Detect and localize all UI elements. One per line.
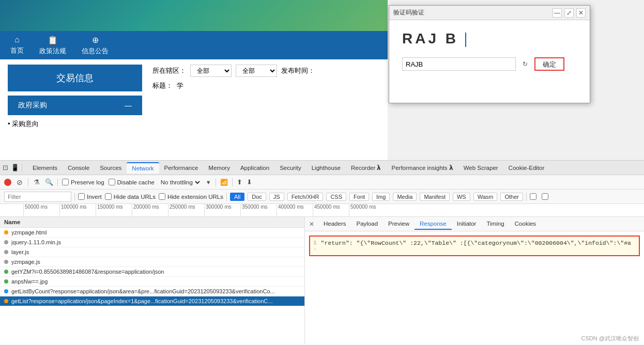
filter-btn-js[interactable]: JS <box>269 193 284 201</box>
captcha-refresh-icon[interactable]: ↻ <box>520 59 530 69</box>
download-icon[interactable]: ⬇ <box>247 178 252 186</box>
tick-300k: 300000 ms <box>204 204 231 216</box>
search-icon[interactable]: 🔍 <box>45 178 53 186</box>
invert-checkbox-label[interactable]: Invert <box>78 193 102 200</box>
tab-performance[interactable]: Performance <box>159 163 204 173</box>
filter-input[interactable] <box>4 192 71 202</box>
filter-btn-font[interactable]: Font <box>349 193 369 201</box>
disable-cache-checkbox-label[interactable]: Disable cache <box>109 179 155 185</box>
request-item-yzmpage[interactable]: yzmpage.html <box>0 228 304 238</box>
tick-50k: 50000 ms <box>23 204 48 216</box>
response-tab-preview[interactable]: Preview <box>383 218 415 230</box>
invert-checkbox[interactable] <box>78 193 85 200</box>
site-header-banner <box>0 0 388 31</box>
tab-console[interactable]: Console <box>63 163 95 173</box>
blocked-cookies-label[interactable] <box>530 193 539 200</box>
filter-btn-ws[interactable]: WS <box>453 193 470 201</box>
request-dot-getlistbycount <box>4 289 8 293</box>
purchase-link[interactable]: • 采购意向 <box>8 115 142 129</box>
nav-item-announcement[interactable]: ⊕ 信息公告 <box>82 35 109 56</box>
filter-btn-doc[interactable]: Doc <box>248 193 266 201</box>
preserve-log-checkbox-label[interactable]: Preserve log <box>62 179 104 185</box>
nav-item-policy[interactable]: 📋 政策法规 <box>39 35 66 56</box>
request-item-anps[interactable]: anpsNw==.jpg <box>0 277 304 287</box>
response-tab-timing[interactable]: Timing <box>481 218 509 230</box>
hide-data-urls-checkbox[interactable] <box>105 193 112 200</box>
response-tab-initiator[interactable]: Initiator <box>452 218 482 230</box>
tab-security[interactable]: Security <box>274 163 306 173</box>
blocked-cookies-checkbox[interactable] <box>530 193 536 200</box>
search-row-1: 所在辖区： 全部 全部 发布时间： <box>152 65 380 77</box>
gov-purchase-button[interactable]: 政府采购 — <box>8 96 142 115</box>
hide-extension-urls-label: Hide extension URLs <box>167 194 223 200</box>
request-item-getyzm[interactable]: getYZM?i=0.8550638981486087&response=app… <box>0 267 304 277</box>
requests-header: Name <box>0 217 304 228</box>
toolbar-divider-5 <box>232 178 233 186</box>
preserve-log-checkbox[interactable] <box>62 179 69 185</box>
captcha-input-field[interactable] <box>402 57 516 71</box>
device-icon[interactable]: 📱 <box>11 164 19 171</box>
region-select-1[interactable]: 全部 <box>190 65 232 77</box>
toolbar-divider-2 <box>28 178 28 186</box>
tab-network[interactable]: Network <box>127 162 159 174</box>
request-item-jquery[interactable]: jquery-1.11.0.min.js <box>0 238 304 247</box>
captcha-confirm-button[interactable]: 确定 <box>534 57 564 71</box>
clear-icon[interactable]: ⊘ <box>16 178 24 186</box>
right-panel: 所在辖区： 全部 全部 发布时间： 标题： 学 <box>152 65 380 129</box>
response-tab-cookies[interactable]: Cookies <box>510 218 542 230</box>
request-name-anps: anpsNw==.jpg <box>11 278 300 285</box>
tab-application[interactable]: Application <box>235 163 274 173</box>
tab-recorder[interactable]: Recorder 𝝺 <box>346 162 387 174</box>
inspect-icon[interactable]: ⊡ <box>3 164 8 171</box>
disable-cache-label: Disable cache <box>117 179 155 185</box>
tab-perf-insights[interactable]: Performance insights 𝝺 <box>386 162 458 174</box>
tab-web-scraper[interactable]: Web Scraper <box>458 163 503 173</box>
filter-btn-css[interactable]: CSS <box>326 193 346 201</box>
dialog-close-btn[interactable]: ✕ <box>576 8 586 18</box>
filter-btn-all[interactable]: All <box>230 193 244 201</box>
tab-memory[interactable]: Memory <box>203 163 235 173</box>
filter-btn-fetch[interactable]: Fetch/XHR <box>287 193 324 201</box>
upload-icon[interactable]: ⬆ <box>237 178 242 186</box>
tab-lighthouse[interactable]: Lighthouse <box>306 163 346 173</box>
filter-btn-img[interactable]: Img <box>372 193 390 201</box>
disable-cache-checkbox[interactable] <box>109 179 115 185</box>
record-stop-icon[interactable] <box>4 179 11 186</box>
response-tab-payload[interactable]: Payload <box>351 218 383 230</box>
region-select-2[interactable]: 全部 <box>236 65 277 77</box>
response-tab-bar: ✕ Headers Payload Preview Response Initi… <box>305 217 644 231</box>
filter-icon[interactable]: ⚗ <box>33 178 41 186</box>
dialog-maximize-btn[interactable]: ⤢ <box>564 8 574 18</box>
response-tab-response[interactable]: Response <box>415 218 452 230</box>
request-item-getlist[interactable]: getList?response=application/json&pageIn… <box>0 296 304 306</box>
tick-150k: 150000 ms <box>96 204 122 216</box>
tab-sources[interactable]: Sources <box>95 163 127 173</box>
hide-extension-urls-checkbox-label[interactable]: Hide extension URLs <box>159 193 223 200</box>
hide-data-urls-checkbox-label[interactable]: Hide data URLs <box>105 193 156 200</box>
request-dot-getyzm <box>4 270 8 274</box>
response-text: "return": "{\"RowCount\" :22,\"Table\" :… <box>321 240 631 246</box>
filter-btn-other[interactable]: Other <box>500 193 523 201</box>
request-item-yzmpage-js[interactable]: yzmpage.js <box>0 257 304 267</box>
blocked-r-label[interactable] <box>542 193 550 200</box>
dialog-minimize-btn[interactable]: — <box>553 8 562 18</box>
tab-cookie-editor[interactable]: Cookie-Editor <box>503 163 550 173</box>
requests-header-label: Name <box>4 219 20 225</box>
request-item-layer[interactable]: layer.js <box>0 247 304 257</box>
nav-item-home[interactable]: ⌂ 首页 <box>10 35 24 55</box>
filter-btn-media[interactable]: Media <box>393 193 417 201</box>
response-tab-headers[interactable]: Headers <box>318 218 351 230</box>
blocked-r-checkbox[interactable] <box>542 193 548 200</box>
dialog-titlebar: 验证码验证 — ⤢ ✕ <box>389 6 590 20</box>
request-item-getlistbycount[interactable]: getListByCount?response=application/json… <box>0 287 304 296</box>
dialog-controls: — ⤢ ✕ <box>553 8 586 18</box>
response-panel: ✕ Headers Payload Preview Response Initi… <box>305 217 644 344</box>
throttle-chevron[interactable]: ▼ <box>206 179 211 185</box>
hide-extension-urls-checkbox[interactable] <box>159 193 165 200</box>
filter-btn-manifest[interactable]: Manifest <box>420 193 450 201</box>
filter-btn-wasm[interactable]: Wasm <box>473 193 498 201</box>
invert-label: Invert <box>87 194 102 200</box>
tab-elements[interactable]: Elements <box>27 163 63 173</box>
throttle-select[interactable]: No throttling <box>159 179 202 186</box>
response-close-btn[interactable]: ✕ <box>308 220 316 228</box>
